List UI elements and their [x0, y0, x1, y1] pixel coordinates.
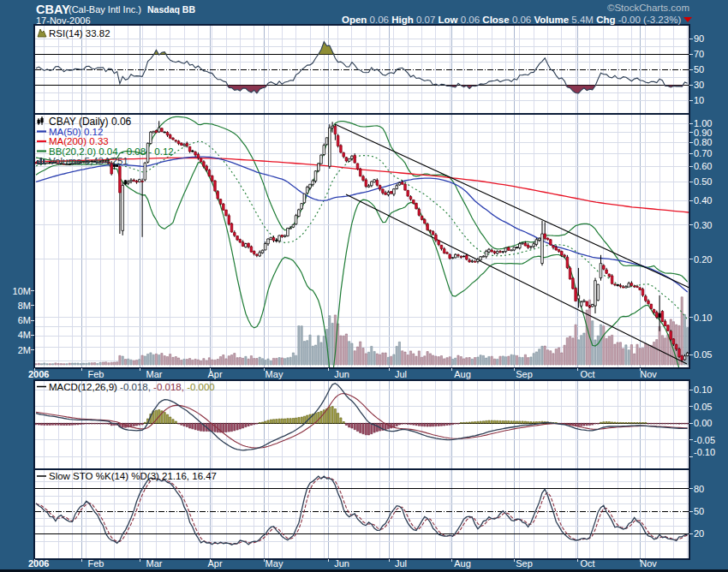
svg-text:Feb: Feb — [88, 369, 104, 379]
svg-text:BB(20,2.0) 0.04 - 0.08 - 0.12: BB(20,2.0) 0.04 - 0.08 - 0.12 — [49, 146, 174, 157]
svg-text:Apr: Apr — [207, 369, 222, 379]
svg-text:0.60: 0.60 — [694, 161, 712, 171]
svg-text:Mar: Mar — [146, 558, 163, 569]
svg-text:Aug: Aug — [454, 558, 471, 569]
svg-text:MA(200) 0.33: MA(200) 0.33 — [49, 136, 109, 146]
svg-text:0.50: 0.50 — [694, 176, 712, 187]
svg-text:Jul: Jul — [395, 558, 407, 569]
svg-text:0.40: 0.40 — [694, 195, 712, 206]
svg-text:17-Nov-2006: 17-Nov-2006 — [36, 15, 91, 26]
svg-text:Slow STO %K(14) %D(3) 21.16, 1: Slow STO %K(14) %D(3) 21.16, 16.47 — [49, 471, 217, 481]
svg-text:Jul: Jul — [395, 369, 407, 379]
svg-text:4M: 4M — [18, 330, 31, 340]
svg-text:-0.10: -0.10 — [694, 447, 715, 457]
svg-text:Sep: Sep — [516, 369, 533, 379]
svg-text:Jun: Jun — [334, 369, 349, 379]
svg-text:May: May — [266, 558, 283, 569]
svg-text:©StockCharts.com: ©StockCharts.com — [607, 3, 689, 13]
svg-text:2006: 2006 — [28, 558, 49, 569]
svg-text:0.80: 0.80 — [694, 137, 712, 147]
svg-text:Feb: Feb — [88, 558, 104, 569]
svg-text:8M: 8M — [18, 301, 31, 311]
svg-text:30: 30 — [694, 80, 704, 90]
svg-text:0.05: 0.05 — [694, 402, 712, 412]
svg-text:Oct: Oct — [580, 369, 594, 379]
svg-text:10: 10 — [694, 95, 704, 105]
svg-text:0.05: 0.05 — [694, 349, 712, 360]
svg-text:Nov: Nov — [640, 369, 657, 379]
svg-text:(Cal-Bay Intl Inc.): (Cal-Bay Intl Inc.) — [69, 4, 141, 15]
svg-text:0.10: 0.10 — [694, 384, 712, 395]
svg-text:0.00: 0.00 — [694, 418, 712, 428]
svg-text:Jun: Jun — [334, 558, 349, 569]
svg-text:70: 70 — [694, 49, 704, 59]
svg-text:20: 20 — [694, 528, 704, 539]
svg-text:Nov: Nov — [640, 558, 657, 569]
svg-text:Aug: Aug — [454, 369, 471, 379]
svg-text:0.70: 0.70 — [694, 148, 712, 158]
svg-text:2M: 2M — [18, 345, 31, 355]
svg-text:MACD(12,26,9) -0.018, -0.018,: MACD(12,26,9) -0.018, -0.018, -0.000 — [49, 382, 215, 392]
svg-text:Open 0.06 High 0.07 Low 0.06 C: Open 0.06 High 0.07 Low 0.06 Close 0.06 … — [342, 15, 681, 25]
svg-text:May: May — [266, 369, 283, 379]
svg-text:MA(50) 0.12: MA(50) 0.12 — [49, 127, 103, 137]
svg-text:50: 50 — [694, 506, 704, 516]
svg-text:10M: 10M — [13, 286, 31, 296]
svg-text:RSI(14) 33.82: RSI(14) 33.82 — [49, 28, 110, 39]
svg-text:Volume 5,434,251: Volume 5,434,251 — [49, 156, 128, 166]
svg-text:0.10: 0.10 — [694, 313, 712, 323]
svg-text:6M: 6M — [18, 315, 31, 325]
svg-text:Apr: Apr — [207, 558, 222, 569]
svg-text:0.20: 0.20 — [694, 254, 712, 265]
svg-text:0.30: 0.30 — [694, 220, 712, 230]
svg-text:80: 80 — [694, 484, 704, 494]
svg-text:CBAY: CBAY — [36, 3, 70, 16]
svg-text:50: 50 — [694, 64, 704, 74]
svg-text:Nasdaq BB: Nasdaq BB — [147, 4, 195, 15]
svg-text:Sep: Sep — [516, 558, 533, 569]
svg-text:Oct: Oct — [580, 558, 594, 569]
svg-text:0.90: 0.90 — [694, 128, 712, 138]
svg-text:2006: 2006 — [28, 369, 49, 379]
svg-text:90: 90 — [694, 33, 704, 44]
svg-text:Mar: Mar — [146, 369, 163, 379]
svg-text:-0.05: -0.05 — [694, 435, 715, 445]
